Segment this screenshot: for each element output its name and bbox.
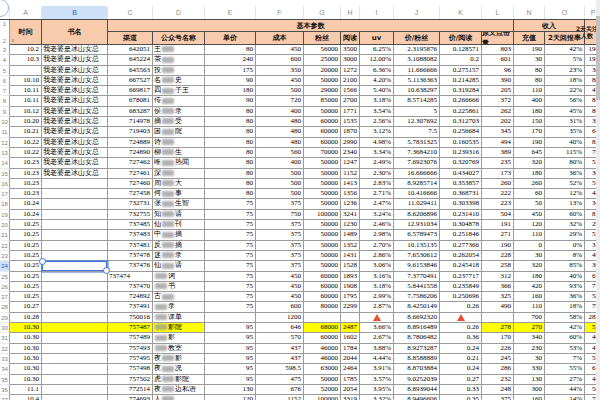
cell-I31[interactable]: 2.67% bbox=[360, 333, 394, 343]
cell-A7[interactable]: 10.11 bbox=[10, 86, 42, 96]
cell-J10[interactable]: 12.307692 bbox=[394, 117, 440, 127]
cell-I21[interactable]: 2.98% bbox=[360, 230, 394, 240]
cell-K9[interactable]: 0.225861 bbox=[440, 107, 482, 117]
cell-A37[interactable]: 10.4 bbox=[10, 395, 42, 400]
cell-B19[interactable] bbox=[42, 210, 108, 220]
row-header-31[interactable]: 31 bbox=[0, 333, 10, 343]
cell-O10[interactable]: 31% bbox=[545, 117, 585, 127]
row-header-20[interactable]: 20 bbox=[0, 220, 10, 230]
cell-I11[interactable]: 3.12% bbox=[360, 127, 394, 137]
cell-J31[interactable]: 8.7806482 bbox=[394, 333, 440, 343]
header-L[interactable]: 原文点击量 bbox=[482, 32, 514, 45]
cell-H9[interactable]: 1771 bbox=[341, 107, 360, 117]
cell-B4[interactable]: 我老婆是冰山女总裁 bbox=[42, 55, 108, 65]
column-header-G[interactable]: G bbox=[304, 6, 341, 19]
cell-E9[interactable]: 80 bbox=[205, 107, 256, 117]
cell-N35[interactable]: 130 bbox=[514, 375, 545, 385]
cell-B12[interactable]: 我老婆是冰山女总裁 bbox=[42, 138, 108, 148]
column-header-K[interactable]: K bbox=[440, 6, 482, 19]
row-header-1[interactable]: 1 bbox=[3, 21, 6, 27]
cell-D31[interactable]: 影 bbox=[153, 333, 205, 343]
cell-B29[interactable] bbox=[42, 313, 108, 323]
cell-C26[interactable]: 737470 bbox=[108, 282, 153, 292]
cell-L21[interactable]: 271 bbox=[482, 230, 514, 240]
cell-K34[interactable]: 0.24 bbox=[440, 364, 482, 374]
cell-E10[interactable]: 80 bbox=[205, 117, 256, 127]
cell-H10[interactable]: 1535 bbox=[341, 117, 360, 127]
cell-H7[interactable]: 1566 bbox=[341, 86, 360, 96]
cell-N6[interactable]: 80 bbox=[514, 76, 545, 86]
cell-J25[interactable]: 7.3770491 bbox=[394, 272, 440, 282]
cell-A12[interactable]: 10.22 bbox=[10, 138, 42, 148]
cell-F9[interactable]: 400 bbox=[256, 107, 304, 117]
cell-H24[interactable]: 1528 bbox=[341, 261, 360, 271]
cell-I5[interactable]: 6.36% bbox=[360, 66, 394, 76]
cell-B26[interactable] bbox=[42, 282, 108, 292]
cell-E25[interactable]: 75 bbox=[205, 272, 256, 282]
cell-D9[interactable]: 侯录 bbox=[153, 107, 205, 117]
cell-I4[interactable]: 12.00% bbox=[360, 55, 394, 65]
scrollbar-thumb[interactable] bbox=[596, 16, 600, 100]
cell-J19[interactable]: 8.6206896 bbox=[394, 210, 440, 220]
header-K[interactable]: 价/阅读 bbox=[440, 32, 482, 45]
cell-F25[interactable]: 450 bbox=[256, 272, 304, 282]
cell-A36[interactable]: 11.1 bbox=[10, 385, 42, 395]
cell-L34[interactable]: 286 bbox=[482, 364, 514, 374]
cell-O12[interactable]: 40% bbox=[545, 138, 585, 148]
cell-H36[interactable]: 2054 bbox=[341, 385, 360, 395]
cell-F31[interactable]: 570 bbox=[256, 333, 304, 343]
cell-G11[interactable]: 60000 bbox=[304, 127, 341, 137]
cell-F13[interactable]: 560 bbox=[256, 148, 304, 158]
cell-F35[interactable]: 475 bbox=[256, 375, 304, 385]
cell-B31[interactable] bbox=[42, 333, 108, 343]
cell-D33[interactable]: 夜影 bbox=[153, 354, 205, 364]
cell-I12[interactable]: 4.98% bbox=[360, 138, 394, 148]
cell-F28[interactable]: 600 bbox=[256, 302, 304, 312]
cell-H31[interactable]: 1602 bbox=[341, 333, 360, 343]
column-header-A[interactable]: A bbox=[10, 6, 42, 19]
cell-H33[interactable]: 2044 bbox=[341, 354, 360, 364]
row-header-19[interactable]: 19 bbox=[0, 210, 10, 220]
cell-E28[interactable]: 75 bbox=[205, 302, 256, 312]
cell-K17[interactable]: 0.368731 bbox=[440, 189, 482, 199]
cell-O21[interactable]: 29% bbox=[545, 230, 585, 240]
cell-J3[interactable]: 2.3195876 bbox=[394, 45, 440, 55]
cell-E36[interactable]: 130 bbox=[205, 385, 256, 395]
cell-I7[interactable]: 5.40% bbox=[360, 86, 394, 96]
cell-G17[interactable]: 50000 bbox=[304, 189, 341, 199]
cell-C23[interactable]: 737478 bbox=[108, 251, 153, 261]
cell-A33[interactable]: 10.30 bbox=[10, 354, 42, 364]
cell-H4[interactable]: 3000 bbox=[341, 55, 360, 65]
cell-J34[interactable]: 8.8703884 bbox=[394, 364, 440, 374]
cell-O3[interactable]: 42% bbox=[545, 45, 585, 55]
cell-F26[interactable]: 450 bbox=[256, 282, 304, 292]
cell-O18[interactable]: 13% bbox=[545, 199, 585, 209]
cell-C37[interactable]: 774693 bbox=[108, 395, 153, 400]
cell-C17[interactable]: 727458 bbox=[108, 189, 153, 199]
cell-C25[interactable]: 737474 bbox=[108, 272, 153, 282]
cell-K31[interactable]: 0.36 bbox=[440, 333, 482, 343]
row-header-16[interactable]: 16 bbox=[0, 179, 10, 189]
cell-E5[interactable]: 175 bbox=[205, 66, 256, 76]
cell-C32[interactable]: 757493 bbox=[108, 344, 153, 354]
row-header-36[interactable]: 36 bbox=[0, 385, 10, 395]
cell-G18[interactable]: 50000 bbox=[304, 199, 341, 209]
cell-E12[interactable]: 80 bbox=[205, 138, 256, 148]
cell-A10[interactable]: 10.20 bbox=[10, 117, 42, 127]
cell-L29[interactable] bbox=[482, 313, 514, 323]
cell-E19[interactable]: 75 bbox=[205, 210, 256, 220]
cell-J8[interactable]: 8.5714285 bbox=[394, 96, 440, 106]
cell-F16[interactable]: 500 bbox=[256, 179, 304, 189]
column-header-B[interactable]: B bbox=[42, 6, 108, 19]
cell-I24[interactable]: 3.06% bbox=[360, 261, 394, 271]
cell-G23[interactable]: 50000 bbox=[304, 251, 341, 261]
cell-N3[interactable]: 190 bbox=[514, 45, 545, 55]
cell-J24[interactable]: 9.6153846 bbox=[394, 261, 440, 271]
column-header-F[interactable]: F bbox=[256, 6, 304, 19]
filter-icon[interactable]: ∨ bbox=[11, 38, 15, 43]
cell-A16[interactable]: 10.23 bbox=[10, 179, 42, 189]
cell-H20[interactable]: 1230 bbox=[341, 220, 360, 230]
cell-L13[interactable]: 389 bbox=[482, 148, 514, 158]
cell-F18[interactable]: 375 bbox=[256, 199, 304, 209]
column-header-H[interactable]: H bbox=[341, 6, 360, 19]
